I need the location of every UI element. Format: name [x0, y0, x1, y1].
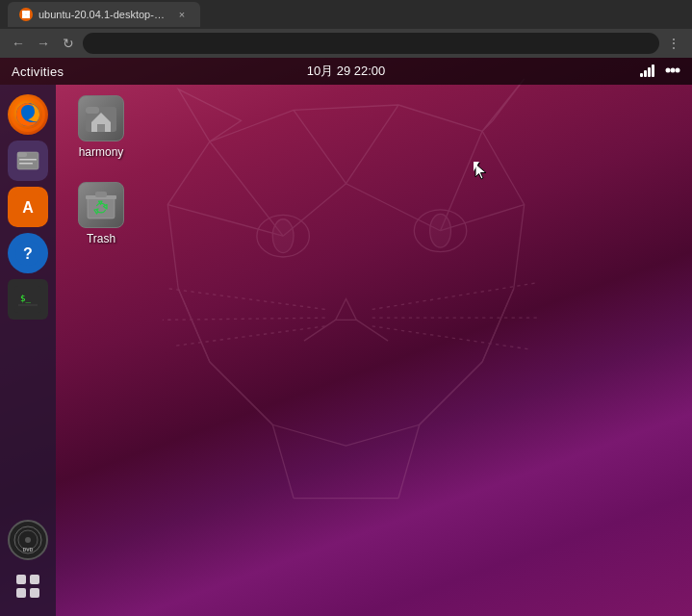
svg-rect-64 — [97, 124, 105, 132]
browser-chrome: ubuntu-20.04.1-desktop-am... × ← → ↻ ⋮ — [0, 0, 692, 58]
svg-rect-63 — [86, 107, 99, 114]
svg-rect-60 — [16, 588, 26, 598]
svg-point-56 — [25, 537, 31, 543]
svg-line-19 — [372, 326, 529, 349]
svg-rect-37 — [648, 67, 651, 77]
back-button[interactable]: ← — [8, 33, 29, 54]
desktop: Activities 10月 29 22:00 — [0, 58, 692, 616]
datetime-display: 10月 29 22:00 — [307, 63, 386, 80]
svg-rect-59 — [30, 575, 39, 584]
svg-line-32 — [346, 105, 398, 184]
svg-text:$_: $_ — [20, 294, 31, 303]
svg-text:DVD: DVD — [23, 547, 34, 552]
svg-rect-0 — [22, 11, 26, 14]
svg-rect-44 — [17, 152, 27, 157]
svg-rect-2 — [22, 14, 26, 18]
trash-label: Trash — [87, 232, 115, 245]
svg-point-42 — [16, 103, 39, 126]
svg-rect-3 — [26, 14, 30, 18]
svg-line-23 — [441, 205, 525, 231]
svg-rect-61 — [30, 588, 39, 598]
svg-rect-38 — [652, 64, 654, 77]
svg-rect-35 — [640, 73, 643, 77]
svg-rect-1 — [26, 11, 30, 14]
svg-line-26 — [178, 289, 210, 362]
tab-title: ubuntu-20.04.1-desktop-am... — [38, 9, 169, 20]
svg-line-15 — [163, 318, 325, 320]
network-icon[interactable] — [640, 64, 657, 80]
tab-favicon — [19, 8, 33, 21]
activities-label[interactable]: Activities — [12, 64, 64, 79]
svg-line-28 — [272, 424, 294, 498]
svg-text:?: ? — [23, 245, 33, 262]
svg-rect-65 — [88, 197, 115, 218]
dock-item-help[interactable]: ? — [8, 233, 48, 273]
desktop-icon-harmony[interactable]: harmony — [63, 91, 140, 163]
desktop-icon-trash[interactable]: Trash — [63, 178, 140, 249]
home-folder-icon — [78, 95, 124, 141]
svg-line-31 — [294, 110, 346, 183]
trash-folder-icon — [78, 182, 124, 228]
desktop-icons: harmony Trash — [63, 91, 140, 265]
browser-toolbar: ← → ↻ ⋮ — [0, 29, 692, 58]
svg-marker-11 — [336, 299, 357, 321]
svg-point-40 — [671, 67, 676, 72]
dock-item-files[interactable] — [8, 141, 48, 181]
dock-item-appstore[interactable]: A — [8, 187, 48, 227]
svg-rect-46 — [19, 163, 33, 165]
svg-line-14 — [167, 289, 324, 310]
harmony-label: harmony — [79, 145, 124, 159]
svg-point-39 — [666, 67, 671, 72]
dock: A ? $_ DVD — [0, 85, 56, 616]
tab-close-button[interactable]: × — [175, 8, 189, 21]
svg-line-33 — [283, 184, 346, 236]
svg-line-27 — [482, 289, 514, 362]
svg-line-12 — [304, 320, 336, 341]
svg-rect-58 — [16, 575, 26, 584]
svg-rect-67 — [95, 192, 107, 197]
forward-button[interactable]: → — [33, 33, 54, 54]
svg-line-20 — [210, 141, 283, 236]
svg-line-25 — [420, 362, 482, 424]
reload-button[interactable]: ↻ — [58, 33, 79, 54]
svg-line-24 — [210, 362, 272, 424]
dock-item-terminal[interactable]: $_ — [8, 279, 48, 320]
topbar: Activities 10月 29 22:00 — [0, 58, 692, 85]
menu-button[interactable]: ⋮ — [663, 33, 684, 54]
tray-icon[interactable] — [665, 64, 680, 80]
svg-line-21 — [441, 131, 483, 230]
svg-rect-36 — [644, 70, 647, 77]
svg-point-41 — [676, 67, 680, 72]
dock-item-show-apps[interactable] — [8, 566, 48, 606]
address-bar[interactable] — [83, 33, 659, 54]
svg-marker-6 — [482, 79, 525, 131]
svg-text:A: A — [22, 199, 34, 216]
dock-item-dvd[interactable]: DVD — [8, 520, 48, 560]
svg-line-34 — [346, 184, 441, 231]
browser-tabs: ubuntu-20.04.1-desktop-am... × — [0, 0, 692, 29]
svg-line-29 — [398, 424, 420, 498]
svg-line-13 — [356, 320, 388, 341]
dock-item-firefox[interactable] — [8, 94, 48, 135]
browser-tab[interactable]: ubuntu-20.04.1-desktop-am... × — [8, 2, 200, 27]
svg-rect-45 — [19, 159, 37, 161]
topbar-right — [640, 64, 680, 80]
